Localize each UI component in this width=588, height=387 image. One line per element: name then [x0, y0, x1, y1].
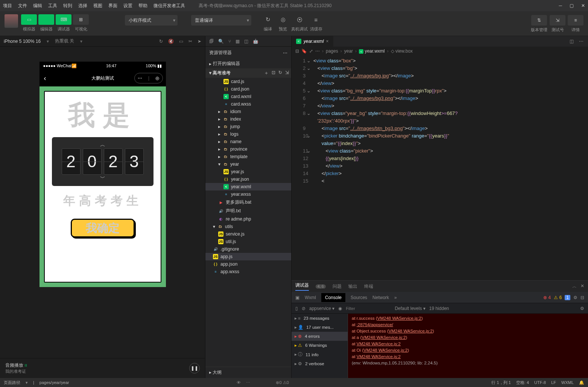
branch-icon[interactable]: ⑂ [228, 39, 231, 44]
collapse-icon[interactable]: ⇲ [285, 70, 289, 76]
file-year.wxml[interactable]: < year.wxml [205, 183, 291, 190]
device-selector[interactable]: iPhone 5 100% 16 [4, 39, 41, 44]
context-selector[interactable]: appservice ▾ [309, 306, 334, 311]
clear-icon[interactable]: ⊘ [302, 306, 305, 311]
outline-section[interactable]: ▸ 大纲 [205, 367, 291, 378]
file-jump[interactable]: ▸ 🗀 jump [205, 123, 291, 130]
right-测试号[interactable]: ⇲ [550, 15, 565, 26]
menu-编辑[interactable]: 编辑 [33, 3, 42, 9]
compile-dropdown[interactable]: 普通编译 [191, 15, 251, 26]
file-card.wxml[interactable]: < card.wxml [205, 93, 291, 100]
search-icon[interactable]: 🔍 [218, 39, 224, 44]
path-label[interactable]: 页面路径 [4, 380, 20, 385]
open-editors-section[interactable]: ▸ 打开的编辑器 [205, 59, 291, 68]
file-name[interactable]: ▸ 🗀 name [205, 138, 291, 145]
grid-icon[interactable]: ▦ [236, 39, 240, 44]
file-更多源码.bat[interactable]: ▶ 更多源码.bat [205, 198, 291, 207]
file-logs[interactable]: ▸ 🗀 logs [205, 130, 291, 138]
maximize-button[interactable]: ▢ [570, 3, 574, 8]
tab-network[interactable]: Network [372, 295, 389, 300]
tab-console[interactable]: Console [321, 293, 345, 302]
file-service.js[interactable]: JS service.js [205, 230, 291, 238]
more-icon[interactable]: ⋯ [283, 50, 287, 56]
file-year.json[interactable]: { } year.json [205, 175, 291, 183]
sidebar-toggle-icon[interactable]: ▯ [295, 306, 298, 311]
action-真机调试[interactable]: ⦿ [293, 14, 306, 25]
robot-icon[interactable]: 🤖 [253, 39, 258, 44]
phone-simulator[interactable]: ●●●●● WeChat📶 16:47 100% ▮▮ ‹ 大鹏站测试 ⋯|◎ … [40, 62, 166, 287]
bookmark-icon[interactable]: 🔖 [301, 48, 307, 54]
files-icon[interactable]: 🗐 [209, 39, 214, 44]
hidden-count[interactable]: 19 hidden [429, 306, 449, 311]
mode-编辑器[interactable] [38, 14, 54, 25]
file-card.js[interactable]: JS card.js [205, 78, 291, 85]
close-tab-icon[interactable]: × [326, 39, 329, 44]
page-path[interactable]: pages/year/year [40, 380, 232, 385]
file-year[interactable]: ▾ 🗀 year [205, 160, 291, 168]
indent-icon[interactable]: ⊟ [295, 48, 299, 54]
file-app.json[interactable]: { } app.json [205, 260, 291, 268]
bell-icon[interactable]: 🔔 [579, 380, 584, 385]
console-filter[interactable]: ▸ ⊗ 4 errors [292, 332, 348, 341]
console-filter[interactable]: ▸ ⚙ 2 verbose [292, 359, 348, 368]
console-filter[interactable]: ▸ ⓘ 11 info [292, 350, 348, 359]
root-section[interactable]: ▾ 高考准考 ＋⊡↻⇲ [205, 68, 291, 78]
breadcrumb[interactable]: ⊟ 🔖 ⤢ ⋯› pages› year› < year.wxml› ◇ vie… [292, 47, 588, 56]
new-folder-icon[interactable]: ⊡ [272, 70, 275, 76]
file-card.wxss[interactable]: ≡ card.wxss [205, 100, 291, 108]
action-预览[interactable]: ◎ [276, 14, 290, 25]
year-picker[interactable]: ︿ 2023 ﹀ [52, 137, 153, 186]
file-re adme.php[interactable]: ◐ re adme.php [205, 215, 291, 223]
menu-转到[interactable]: 转到 [63, 3, 72, 9]
menu-项目[interactable]: 项目 [3, 3, 12, 9]
more-icon[interactable]: ⋯ [246, 380, 250, 385]
tab-year-wxml[interactable]: < year.wxml × [292, 36, 333, 47]
close-icon[interactable]: ✕ [580, 283, 584, 290]
file-year.js[interactable]: JS year.js [205, 168, 291, 175]
chevron-up-icon[interactable]: ︿ [572, 283, 577, 290]
indent-setting[interactable]: 空格: 4 [516, 380, 529, 385]
menu-微信开发者工具[interactable]: 微信开发者工具 [153, 3, 185, 9]
avatar[interactable] [5, 14, 18, 28]
console-output[interactable]: at r.success (VM248 WAService.js:2) at :… [348, 314, 588, 378]
console-filter[interactable]: ▸ ≡ 23 messages [292, 314, 348, 323]
menu-文件[interactable]: 文件 [18, 3, 27, 9]
split-icon[interactable]: ◫ [570, 39, 574, 44]
tab-issues[interactable]: 问题 [333, 283, 342, 290]
eye-icon[interactable]: 👁 [237, 380, 241, 385]
file-app.wxss[interactable]: ≡ app.wxss [205, 268, 291, 275]
tab-wxml[interactable]: Wxml [305, 295, 316, 300]
file-province[interactable]: ▸ 🗀 province [205, 145, 291, 153]
close-button[interactable]: ✕ [581, 3, 585, 8]
file-year.wxss[interactable]: ≡ year.wxss [205, 190, 291, 198]
info-count[interactable]: 1 [565, 295, 570, 300]
gear-icon[interactable]: ⚙ [580, 306, 584, 311]
console-filter[interactable]: ▸ ⚠ 6 Warnings [292, 341, 348, 350]
mode-可视化[interactable]: ⊞ [73, 14, 89, 25]
more-tabs-icon[interactable]: » [394, 295, 397, 300]
mode-dropdown[interactable]: 小程序模式 [125, 15, 178, 26]
cut-icon[interactable]: ✂ [188, 39, 192, 44]
file-util.js[interactable]: JS util.js [205, 238, 291, 245]
action-编译[interactable]: ↻ [261, 14, 275, 25]
chevron-down-icon[interactable]: ﹀ [100, 175, 105, 181]
mode-调试器[interactable]: ⌨ [56, 14, 71, 25]
new-file-icon[interactable]: ＋ [264, 70, 269, 76]
console-filter[interactable]: ▸ 👤 17 user mes... [292, 323, 348, 332]
mode-模拟器[interactable]: ▭ [21, 14, 37, 25]
filter-input[interactable] [346, 306, 391, 311]
right-详情[interactable]: ≡ [568, 15, 583, 26]
gear-icon[interactable]: ⚙ [573, 295, 577, 300]
file-card.json[interactable]: { } card.json [205, 85, 291, 93]
error-count[interactable]: ⊗ 4 [543, 295, 551, 300]
file-声明.txt[interactable]: 🔊 声明.txt [205, 207, 291, 215]
dock-icon[interactable]: ⊟ [580, 295, 584, 300]
refresh-icon[interactable]: ↻ [278, 70, 282, 76]
rotate-icon[interactable]: ↻ [159, 39, 163, 44]
expand-icon[interactable]: ⤢ [309, 48, 313, 54]
menu-界面[interactable]: 界面 [108, 3, 117, 9]
device-icon[interactable]: ▭ [179, 39, 183, 44]
layers-icon[interactable]: ◫ [244, 39, 248, 44]
menu-设置[interactable]: 设置 [123, 3, 132, 9]
code-editor[interactable]: 1 2 3 4 5 6 7 8 9 10 11 12 13 14 15 ⌄ ⌄ … [292, 56, 588, 280]
